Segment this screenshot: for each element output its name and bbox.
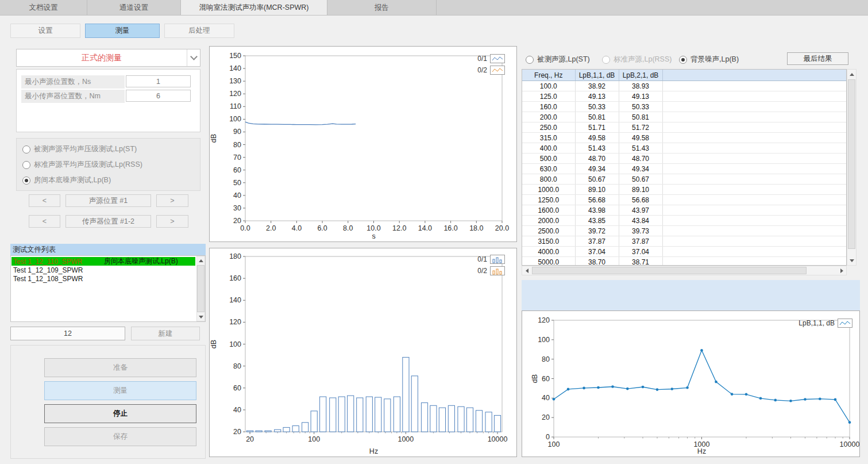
table-row[interactable]: 3150.037.8737.87 — [522, 236, 847, 247]
svg-text:60: 60 — [542, 375, 550, 383]
legend-line-icon[interactable] — [490, 66, 505, 75]
stop-button[interactable]: 停止 — [44, 404, 196, 423]
svg-text:20: 20 — [233, 428, 241, 436]
table-row[interactable]: 1600.043.9843.97 — [522, 205, 847, 216]
source-position-next-button[interactable]: > — [156, 194, 188, 207]
table-cell: 630.0 — [522, 164, 575, 174]
subtab-postprocess[interactable]: 后处理 — [164, 24, 234, 38]
chart-legend: LpB,1,1, dB — [798, 319, 852, 328]
scroll-right-icon[interactable] — [837, 266, 846, 275]
source-position-button[interactable]: 声源位置 #1 — [65, 194, 151, 207]
table-cell: 51.71 — [575, 122, 619, 133]
scroll-thumb[interactable] — [532, 267, 807, 274]
scroll-up-icon[interactable] — [847, 70, 856, 79]
radio-label: 被测声源平均声压级测试,Lp(ST) — [34, 144, 137, 154]
radio-label: 标准声源平均声压级测试,Lp(RSS) — [34, 160, 142, 170]
prepare-button[interactable]: 准备 — [44, 358, 196, 377]
tab-mcr-spwr[interactable]: 混响室法测试声功率(MCR-SPWR) — [181, 0, 327, 15]
table-cell: 49.34 — [619, 164, 662, 174]
table-row[interactable]: 250.051.7151.72 — [522, 122, 847, 133]
table-cell-filler — [662, 102, 847, 112]
table-row[interactable]: 800.050.6750.67 — [522, 174, 847, 185]
subtab-measure[interactable]: 测量 — [85, 24, 160, 38]
last-result-button[interactable]: 最后结果 — [787, 52, 848, 65]
result-radio-lpb[interactable]: 背景噪声,Lp(B) — [679, 55, 739, 64]
tab-channel-settings[interactable]: 通道设置 — [87, 0, 181, 15]
svg-text:12.0: 12.0 — [392, 224, 406, 232]
tab-document-settings[interactable]: 文档设置 — [0, 0, 87, 15]
mic-position-next-button[interactable]: > — [156, 215, 188, 228]
table-row[interactable]: 1000.089.1089.10 — [522, 185, 847, 195]
legend-line-icon[interactable] — [490, 54, 505, 63]
mic-position-prev-button[interactable]: < — [29, 215, 60, 228]
save-button[interactable]: 保存 — [44, 427, 196, 446]
scroll-up-icon[interactable] — [197, 256, 205, 264]
svg-text:120: 120 — [229, 90, 241, 98]
legend-line-icon[interactable] — [838, 319, 852, 328]
test-type-radio-lprss[interactable]: 标准声源平均声压级测试,Lp(RSS) — [22, 160, 142, 170]
table-row[interactable]: 1250.056.6856.68 — [522, 195, 847, 205]
table-row[interactable]: 100.038.9238.93 — [522, 81, 847, 91]
test-type-radio-lpst[interactable]: 被测声源平均声压级测试,Lp(ST) — [22, 144, 137, 154]
file-list-item[interactable]: Test 1_12_108_SPWR — [11, 274, 195, 283]
measure-button[interactable]: 测量 — [44, 381, 196, 400]
test-type-radio-lpb[interactable]: 房间本底噪声测试,Lp(B) — [22, 175, 111, 185]
legend-label: LpB,1,1, dB — [798, 319, 835, 327]
table-row[interactable]: 5000.038.7038.71 — [522, 257, 847, 266]
table-row[interactable]: 160.050.3350.33 — [522, 102, 847, 112]
col-header-lpb1: LpB,1,1, dB — [575, 70, 619, 81]
subtab-settings[interactable]: 设置 — [10, 24, 80, 38]
new-file-button[interactable]: 新建 — [131, 327, 200, 340]
table-cell: 37.04 — [575, 247, 619, 257]
scroll-down-icon[interactable] — [197, 313, 205, 321]
table-row[interactable]: 125.049.1349.13 — [522, 91, 847, 102]
source-position-prev-button[interactable]: < — [29, 194, 60, 207]
table-hscrollbar[interactable] — [522, 266, 847, 275]
mic-position-button[interactable]: 传声器位置 #1-2 — [65, 215, 151, 228]
table-row[interactable]: 400.051.4351.43 — [522, 143, 847, 154]
table-vscrollbar[interactable] — [847, 69, 857, 266]
table-row[interactable]: 200.050.8150.81 — [522, 112, 847, 122]
legend-entry: 0/1 — [477, 255, 505, 264]
table-row[interactable]: 630.049.3449.34 — [522, 164, 847, 174]
tab-report[interactable]: 报告 — [327, 0, 437, 15]
file-list-item[interactable]: Test 1_12_109_SPWR — [11, 266, 195, 274]
scroll-thumb[interactable] — [197, 265, 205, 312]
dropdown-arrow[interactable] — [187, 49, 200, 66]
table-cell-filler — [662, 185, 847, 195]
nm-label: 最小传声器位置数，Nm — [21, 90, 125, 103]
table-row[interactable]: 315.049.5849.58 — [522, 133, 847, 143]
table-row[interactable]: 500.048.7048.70 — [522, 154, 847, 164]
result-radio-lprss[interactable]: 标准声源,Lp(RSS) — [602, 55, 672, 64]
svg-text:120: 120 — [229, 318, 241, 326]
file-list-item[interactable]: Test 1_12_110_SPWR 房间本底噪声测试,Lp(B) — [11, 257, 195, 266]
table-row[interactable]: 4000.037.0437.04 — [522, 247, 847, 257]
radio-label: 背景噪声,Lp(B) — [690, 55, 739, 64]
table-row[interactable]: 2000.043.8543.84 — [522, 216, 847, 226]
file-list-scrollbar[interactable] — [196, 256, 205, 321]
table-cell-filler — [662, 91, 847, 102]
table-cell: 48.70 — [619, 154, 662, 164]
file-number-field[interactable]: 12 — [10, 327, 125, 340]
svg-text:8.0: 8.0 — [343, 224, 353, 232]
svg-text:0.0: 0.0 — [240, 224, 250, 232]
scroll-down-icon[interactable] — [847, 256, 856, 265]
result-radio-lpst[interactable]: 被测声源,Lp(ST) — [526, 55, 590, 64]
action-group: 准备 测量 停止 保存 — [10, 345, 206, 459]
legend-bars-icon[interactable] — [490, 255, 505, 264]
table-cell-filler — [662, 247, 847, 257]
nm-value-field[interactable]: 6 — [126, 90, 191, 102]
legend-entry: LpB,1,1, dB — [798, 319, 852, 328]
svg-text:120: 120 — [538, 316, 550, 324]
scroll-thumb[interactable] — [848, 79, 855, 249]
legend-bars-icon[interactable] — [490, 266, 505, 275]
measurement-mode-dropdown[interactable]: 正式的测量 — [16, 49, 200, 67]
col-header-filler — [662, 70, 847, 81]
svg-text:100: 100 — [229, 340, 241, 348]
params-group: 最小声源位置数，Ns 1 最小传声器位置数，Nm 6 — [16, 69, 200, 132]
svg-text:14.0: 14.0 — [418, 224, 432, 232]
table-row[interactable]: 2500.039.7239.73 — [522, 226, 847, 236]
ns-value-field[interactable]: 1 — [126, 75, 191, 87]
legend-entry: 0/2 — [477, 266, 505, 275]
scroll-left-icon[interactable] — [522, 266, 531, 275]
